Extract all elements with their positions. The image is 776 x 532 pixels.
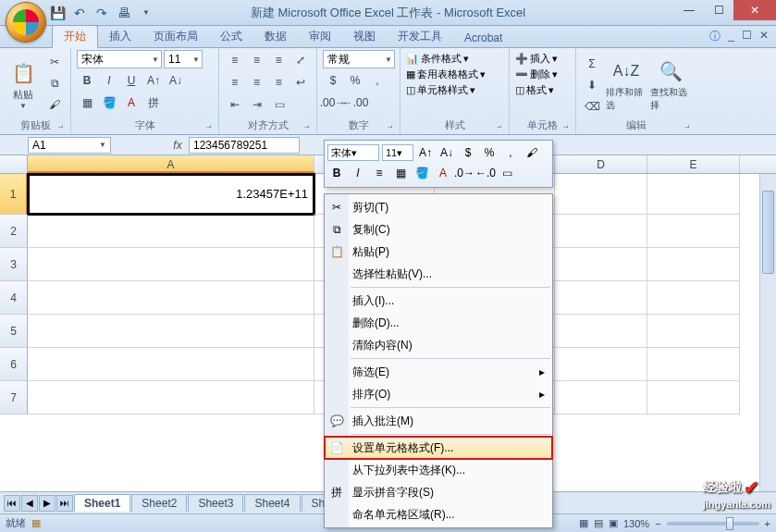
menu-cut[interactable]: ✂剪切(T) [325, 196, 552, 218]
redo-icon[interactable]: ↷ [92, 4, 111, 22]
cell-D3[interactable] [555, 248, 647, 281]
paste-button[interactable]: 📋 粘贴 ▼ [6, 50, 41, 117]
menu-format-cells[interactable]: 📄设置单元格格式(F)... [325, 437, 552, 459]
sheet-tab-3[interactable]: Sheet3 [188, 494, 243, 512]
tab-data[interactable]: 数据 [253, 26, 298, 47]
mini-shrink-font-icon[interactable]: A↓ [437, 143, 456, 162]
print-preview-icon[interactable]: 🖶 [115, 4, 133, 22]
save-icon[interactable]: 💾 [48, 4, 67, 22]
cell-styles-button[interactable]: ◫ 单元格样式 ▾ [406, 83, 503, 97]
mini-italic-icon[interactable]: I [349, 164, 367, 182]
view-layout-icon[interactable]: ▤ [594, 517, 603, 529]
close-workbook-icon[interactable]: ✕ [759, 29, 769, 44]
cell-D6[interactable] [555, 348, 647, 381]
align-center-icon[interactable]: ≡ [247, 72, 267, 93]
menu-name-range[interactable]: 命名单元格区域(R)... [325, 503, 552, 526]
row-header-6[interactable]: 6 [0, 348, 28, 381]
mini-align-icon[interactable]: ≡ [370, 164, 388, 182]
mini-merge-icon[interactable]: ▭ [498, 164, 516, 182]
maximize-button[interactable]: ☐ [704, 0, 733, 20]
find-select-button[interactable]: 🔍 查找和选择 [650, 50, 691, 117]
mini-percent-icon[interactable]: % [480, 143, 499, 162]
mini-format-painter-icon[interactable]: 🖌 [523, 143, 541, 162]
fx-button[interactable]: fx [166, 139, 189, 152]
cell-D7[interactable] [555, 381, 647, 414]
help-icon[interactable]: ⓘ [709, 29, 721, 44]
tab-developer[interactable]: 开发工具 [387, 26, 453, 47]
menu-insert-comment[interactable]: 💬插入批注(M) [325, 410, 552, 432]
zoom-thumb[interactable] [726, 517, 733, 530]
align-middle-icon[interactable]: ≡ [247, 50, 267, 70]
tab-home[interactable]: 开始 [52, 25, 98, 48]
sheet-nav-next-icon[interactable]: ▶ [39, 495, 55, 512]
cut-icon[interactable]: ✂ [44, 52, 65, 72]
menu-sort[interactable]: 排序(O)▸ [325, 383, 552, 405]
cell-A6[interactable] [28, 348, 314, 381]
cell-D2[interactable] [555, 215, 647, 248]
col-header-D[interactable]: D [555, 155, 647, 173]
zoom-slider[interactable] [667, 522, 759, 526]
insert-cells-button[interactable]: ➕ 插入 ▾ [515, 52, 570, 66]
scroll-thumb[interactable] [762, 191, 774, 274]
cell-E5[interactable] [647, 315, 740, 348]
close-button[interactable]: ✕ [733, 0, 776, 20]
row-header-1[interactable]: 1 [0, 174, 28, 215]
status-macro-icon[interactable]: ▦ [31, 517, 41, 529]
zoom-out-icon[interactable]: − [655, 518, 660, 529]
sheet-nav-last-icon[interactable]: ⏭ [56, 495, 73, 512]
cell-D5[interactable] [555, 315, 647, 348]
mini-accounting-icon[interactable]: $ [459, 143, 477, 162]
cell-A2[interactable] [28, 215, 314, 248]
number-format-combo[interactable]: 常规▼ [323, 50, 395, 68]
mini-font-color-icon[interactable]: A [434, 164, 452, 182]
accounting-format-icon[interactable]: $ [323, 70, 343, 91]
delete-cells-button[interactable]: ➖ 删除 ▾ [515, 68, 570, 81]
select-all-corner[interactable] [0, 155, 28, 173]
cell-A5[interactable] [28, 315, 314, 348]
vertical-scrollbar[interactable] [759, 174, 776, 491]
copy-icon[interactable]: ⧉ [44, 73, 65, 93]
row-header-3[interactable]: 3 [0, 248, 28, 281]
tab-review[interactable]: 审阅 [298, 26, 342, 47]
sheet-nav-first-icon[interactable]: ⏮ [4, 495, 20, 512]
align-top-icon[interactable]: ≡ [225, 50, 245, 70]
minimize-button[interactable]: — [674, 0, 704, 20]
mini-comma-icon[interactable]: , [501, 143, 520, 162]
cell-A3[interactable] [28, 248, 314, 281]
border-button[interactable]: ▦ [77, 93, 97, 113]
sheet-nav-prev-icon[interactable]: ◀ [21, 495, 38, 512]
row-header-2[interactable]: 2 [0, 215, 28, 248]
view-pagebreak-icon[interactable]: ▣ [609, 517, 618, 529]
sheet-tab-2[interactable]: Sheet2 [131, 494, 187, 512]
zoom-in-icon[interactable]: + [765, 518, 770, 529]
office-button[interactable] [6, 2, 46, 43]
tab-formulas[interactable]: 公式 [209, 26, 253, 47]
mini-fill-icon[interactable]: 🪣 [413, 164, 431, 182]
formula-input[interactable]: 123456789251 [189, 137, 300, 154]
menu-delete[interactable]: 删除(D)... [325, 312, 552, 334]
mini-border-icon[interactable]: ▦ [391, 164, 410, 182]
cell-E3[interactable] [647, 248, 740, 281]
cell-A7[interactable] [28, 381, 314, 414]
font-name-combo[interactable]: 宋体▼ [77, 50, 162, 68]
mini-bold-icon[interactable]: B [327, 164, 346, 182]
decrease-decimal-icon[interactable]: ←.00 [345, 93, 365, 113]
row-header-4[interactable]: 4 [0, 281, 28, 315]
col-header-A[interactable]: A [28, 155, 314, 173]
orientation-icon[interactable]: ⤢ [290, 50, 311, 70]
increase-indent-icon[interactable]: ⇥ [247, 94, 267, 115]
qat-customize-icon[interactable]: ▼ [137, 4, 155, 22]
fill-color-button[interactable]: 🪣 [99, 93, 119, 113]
italic-button[interactable]: I [99, 70, 119, 91]
menu-insert[interactable]: 插入(I)... [325, 290, 552, 312]
format-cells-button[interactable]: ◫ 格式 ▾ [515, 83, 570, 97]
increase-font-icon[interactable]: A↑ [143, 70, 164, 91]
underline-button[interactable]: U [121, 70, 142, 91]
cell-E7[interactable] [647, 381, 740, 414]
col-header-E[interactable]: E [647, 155, 740, 173]
undo-icon[interactable]: ↶ [70, 4, 89, 22]
comma-format-icon[interactable]: , [367, 70, 388, 91]
restore-window-icon[interactable]: ☐ [742, 29, 752, 44]
cell-A4[interactable] [28, 281, 314, 315]
menu-show-phonetic[interactable]: 拼显示拼音字段(S) [325, 481, 552, 503]
